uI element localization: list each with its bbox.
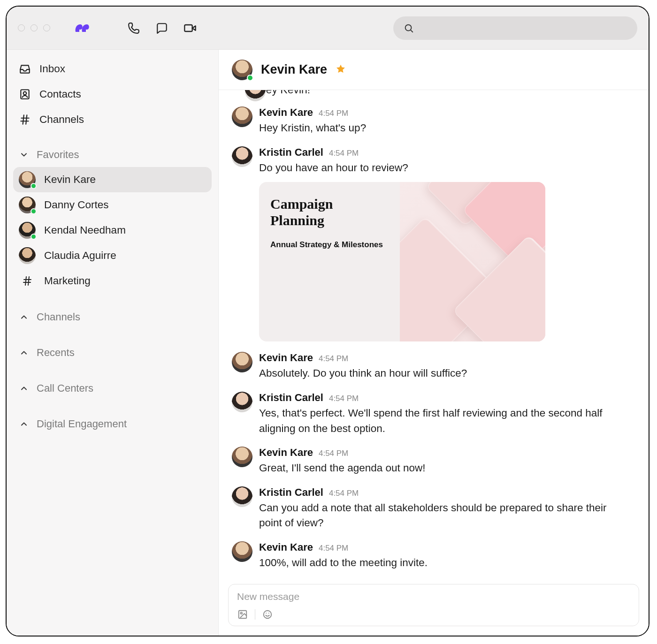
message-sender: Kristin Carlel [259, 486, 323, 499]
attachment-title: Campaign Planning [270, 196, 389, 228]
search-icon [404, 23, 414, 33]
avatar [232, 352, 252, 372]
svg-line-11 [25, 277, 26, 285]
contacts-icon [19, 88, 31, 100]
avatar [19, 171, 36, 188]
avatar [232, 541, 252, 562]
avatar [19, 222, 36, 239]
section-header[interactable]: Channels [13, 305, 212, 329]
favorite-label: Claudia Aguirre [44, 250, 116, 262]
titlebar [7, 7, 649, 50]
message: Kristin Carlel4:54 PMDo you have an hour… [232, 146, 635, 342]
message-composer[interactable] [228, 584, 639, 626]
message-sender: Kristin Carlel [259, 392, 323, 404]
message-list: Hey Kevin! Kevin Kare4:54 PMHey Kristin,… [219, 90, 649, 579]
svg-point-14 [240, 612, 242, 614]
favorite-label: Danny Cortes [44, 199, 109, 211]
app-window: Inbox Contacts Channels Favorites Kevin … [6, 6, 649, 636]
message-time: 4:54 PM [319, 354, 348, 364]
chevron-up-icon [19, 419, 29, 429]
message: Kevin Kare4:54 PMGreat, I'll send the ag… [232, 447, 635, 476]
avatar [245, 90, 266, 101]
minimize-window-button[interactable] [31, 24, 38, 31]
chat-header: Kevin Kare [219, 50, 649, 90]
message-time: 4:54 PM [319, 109, 348, 118]
maximize-window-button[interactable] [43, 24, 50, 31]
chevron-down-icon [19, 150, 29, 160]
message-text: Hey Kristin, what's up? [259, 121, 625, 136]
favorite-item[interactable]: Marketing [13, 268, 212, 294]
favorite-label: Kendal Needham [44, 224, 126, 236]
avatar [232, 392, 252, 412]
video-icon[interactable] [183, 21, 198, 36]
svg-line-2 [411, 30, 413, 31]
nav-channels[interactable]: Channels [13, 107, 212, 132]
avatar [19, 197, 36, 213]
section-label: Digital Engagement [37, 418, 127, 430]
svg-point-15 [264, 611, 272, 619]
message-text: Do you have an hour to review? [259, 160, 625, 176]
favorite-item[interactable]: Kevin Kare [13, 167, 212, 192]
favorite-item[interactable]: Claudia Aguirre [13, 243, 212, 268]
chevron-up-icon [19, 383, 29, 394]
message-time: 4:54 PM [319, 544, 348, 553]
divider [255, 609, 255, 620]
section-label: Channels [37, 311, 80, 323]
emoji-icon[interactable] [262, 609, 273, 620]
section-header[interactable]: Recents [13, 341, 212, 365]
section-label: Call Centers [37, 382, 93, 394]
nav-contacts[interactable]: Contacts [13, 82, 212, 107]
chat-icon[interactable] [154, 21, 169, 36]
window-controls [18, 24, 50, 31]
star-icon[interactable] [336, 64, 346, 76]
message: Kevin Kare4:54 PMAbsolutely. Do you thin… [232, 352, 635, 381]
message-text: Absolutely. Do you think an hour will su… [259, 366, 625, 381]
message-sender: Kevin Kare [259, 352, 313, 364]
inbox-icon [19, 63, 31, 75]
avatar [19, 247, 36, 264]
message: Kristin Carlel4:54 PMYes, that's perfect… [232, 392, 635, 436]
message-text: 100%, will add to the meeting invite. [259, 555, 625, 571]
favorite-item[interactable]: Kendal Needham [13, 218, 212, 243]
avatar [232, 486, 252, 507]
message: Kristin Carlel4:54 PMCan you add a note … [232, 486, 635, 531]
message-time: 4:54 PM [329, 149, 359, 158]
chevron-up-icon [19, 312, 29, 322]
section-header[interactable]: Call Centers [13, 376, 212, 401]
message-time: 4:54 PM [329, 489, 359, 498]
close-window-button[interactable] [18, 24, 25, 31]
svg-rect-0 [184, 25, 192, 31]
message: Kevin Kare4:54 PMHey Kristin, what's up? [232, 106, 635, 136]
nav-label: Inbox [39, 63, 65, 75]
hash-icon [19, 114, 31, 126]
svg-line-12 [28, 277, 29, 285]
phone-icon[interactable] [126, 21, 141, 36]
avatar [232, 146, 252, 167]
favorite-label: Marketing [44, 275, 91, 287]
section-favorites[interactable]: Favorites [13, 143, 212, 167]
message-sender: Kevin Kare [259, 106, 313, 119]
message-sender: Kevin Kare [259, 447, 313, 459]
svg-line-7 [23, 115, 24, 124]
svg-line-8 [26, 115, 27, 124]
favorite-label: Kevin Kare [44, 174, 96, 186]
chevron-up-icon [19, 348, 29, 358]
message-text: Great, I'll send the agenda out now! [259, 461, 625, 476]
nav-label: Channels [39, 114, 84, 126]
section-header[interactable]: Digital Engagement [13, 412, 212, 436]
section-label: Favorites [37, 149, 79, 161]
attachment-image [400, 182, 545, 341]
app-logo [73, 19, 92, 38]
attach-image-icon[interactable] [237, 609, 248, 620]
composer-input[interactable] [237, 591, 630, 602]
message-text: Hey Kevin! [258, 90, 635, 96]
nav-inbox[interactable]: Inbox [13, 56, 212, 82]
chat-header-avatar [232, 60, 252, 80]
favorite-item[interactable]: Danny Cortes [13, 192, 212, 218]
attachment-card[interactable]: Campaign PlanningAnnual Strategy & Miles… [259, 182, 545, 341]
sidebar: Inbox Contacts Channels Favorites Kevin … [7, 50, 219, 636]
search-bar[interactable] [393, 16, 637, 40]
nav-label: Contacts [39, 88, 81, 100]
chat-panel: Kevin Kare Hey Kevin! Kevin Kare4:54 PMH… [219, 50, 649, 636]
svg-point-4 [23, 92, 27, 95]
